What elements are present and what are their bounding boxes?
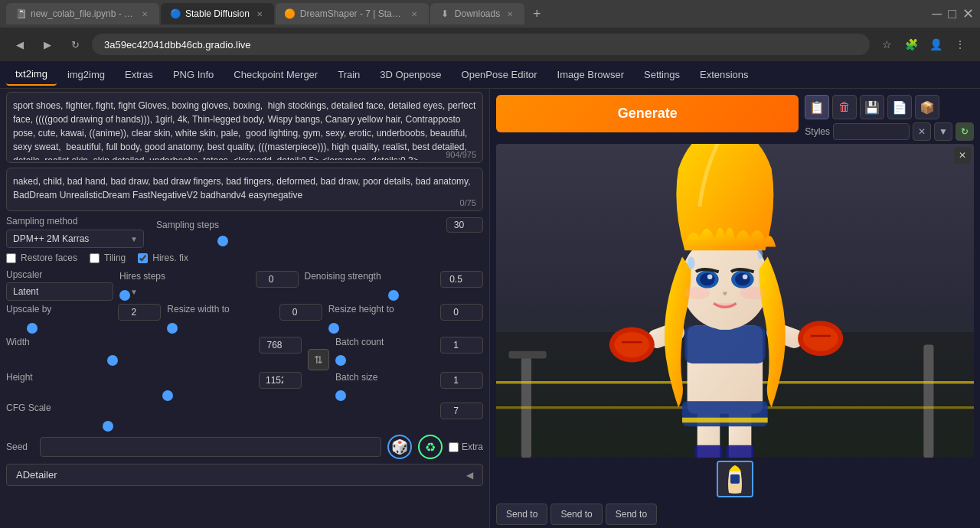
trash-button[interactable]: 🗑: [832, 95, 857, 119]
upscale-by-slider[interactable]: [6, 323, 161, 334]
sampling-method-select[interactable]: DPM++ 2M Karras: [6, 230, 144, 248]
close-window-button[interactable]: ✕: [962, 5, 974, 22]
nav-extensions[interactable]: Extensions: [691, 64, 758, 85]
tab-close-sd[interactable]: ✕: [254, 8, 265, 19]
adetailer-row[interactable]: ADetailer ◀: [6, 464, 483, 486]
tab-downloads[interactable]: ⬇ Downloads ✕: [430, 3, 524, 24]
cfg-group: CFG Scale: [6, 403, 483, 432]
seed-extra-input[interactable]: [449, 442, 459, 452]
styles-dropdown-button[interactable]: ▼: [934, 122, 952, 141]
nav-settings[interactable]: Settings: [635, 64, 689, 85]
tab-close-ds[interactable]: ✕: [409, 8, 420, 19]
upscaler-arrow-icon: ▼: [130, 288, 138, 296]
generate-button[interactable]: Generate: [496, 95, 799, 132]
tab-stablediffusion[interactable]: 🔵 Stable Diffusion ✕: [161, 3, 274, 24]
swap-dimensions-btn[interactable]: ⇅: [308, 337, 329, 370]
tab-favicon-colab: 📓: [15, 8, 26, 19]
extensions-button[interactable]: 🧩: [900, 34, 922, 55]
height-input[interactable]: [259, 372, 302, 389]
adetailer-arrow-icon: ◀: [466, 470, 473, 481]
nav-3d-openpose[interactable]: 3D Openpose: [371, 64, 450, 85]
hires-steps-slider[interactable]: [119, 290, 299, 301]
restore-faces-checkbox[interactable]: Restore faces: [6, 253, 77, 263]
batch-count-input[interactable]: [440, 337, 483, 354]
width-input[interactable]: [259, 337, 302, 354]
new-tab-button[interactable]: +: [526, 3, 547, 24]
nav-train[interactable]: Train: [328, 64, 369, 85]
denoising-slider[interactable]: [305, 290, 484, 301]
nav-png-info[interactable]: PNG Info: [164, 64, 223, 85]
batch-size-slider[interactable]: [335, 390, 483, 401]
batch-size-input[interactable]: [440, 372, 483, 389]
height-slider[interactable]: [6, 390, 302, 401]
resize-width-input[interactable]: [279, 304, 322, 321]
back-button[interactable]: ◀: [9, 34, 31, 55]
upscale-by-group: Upscale by: [6, 304, 161, 334]
denoising-input[interactable]: [440, 271, 483, 288]
tiling-checkbox[interactable]: Tiling: [90, 253, 126, 263]
maximize-button[interactable]: □: [948, 6, 956, 22]
sampling-steps-input[interactable]: [446, 217, 483, 233]
resize-width-label: Resize width to: [167, 304, 229, 321]
minimize-button[interactable]: ─: [932, 6, 942, 22]
tiling-input[interactable]: [90, 253, 100, 263]
tab-colab[interactable]: 📓 new_colab_file.ipynb - Colabora... ✕: [6, 3, 159, 24]
batch-count-slider[interactable]: [335, 355, 483, 366]
thumbnail-1[interactable]: [717, 461, 753, 497]
upscale-by-input[interactable]: [118, 304, 161, 321]
save-button[interactable]: 💾: [860, 95, 884, 119]
nav-txt2img[interactable]: txt2img: [6, 64, 57, 86]
copy-button[interactable]: 📄: [887, 95, 912, 119]
nav-extras[interactable]: Extras: [116, 64, 162, 85]
nav-img2img[interactable]: img2img: [58, 64, 114, 85]
nav-checkpoint-merger[interactable]: Checkpoint Merger: [224, 64, 327, 85]
cfg-slider[interactable]: [6, 421, 483, 432]
nav-image-browser[interactable]: Image Browser: [548, 64, 633, 85]
sampling-steps-slider[interactable]: [156, 236, 483, 246]
resize-height-slider[interactable]: [328, 323, 483, 334]
reload-button[interactable]: ↻: [64, 34, 86, 55]
resize-height-input[interactable]: [440, 304, 483, 321]
address-input[interactable]: [92, 34, 870, 55]
menu-button[interactable]: ⋮: [949, 34, 971, 55]
cfg-input[interactable]: [440, 403, 483, 419]
seed-dice-button[interactable]: 🎲: [387, 435, 412, 459]
profile-button[interactable]: 👤: [925, 34, 946, 55]
steps-header: Sampling steps: [156, 217, 483, 233]
send-to-button-1[interactable]: Send to: [496, 504, 547, 525]
paste-button[interactable]: 📋: [805, 95, 829, 119]
hires-steps-input[interactable]: [256, 271, 299, 288]
right-top-area: Generate 📋 🗑 💾 📄 📦 Styles ✕ ▼ ↻: [490, 89, 980, 144]
seed-recycle-button[interactable]: ♻: [418, 435, 443, 459]
styles-input[interactable]: [833, 123, 910, 140]
hires-fix-input[interactable]: [138, 253, 148, 263]
forward-button[interactable]: ▶: [37, 34, 58, 55]
hires-fix-checkbox[interactable]: Hires. fix: [138, 253, 188, 263]
restore-faces-input[interactable]: [6, 253, 16, 263]
send-to-button-3[interactable]: Send to: [606, 504, 657, 525]
styles-clear-button[interactable]: ✕: [913, 122, 931, 141]
positive-prompt-input[interactable]: [7, 93, 482, 160]
width-slider[interactable]: [6, 355, 302, 366]
resize-height-label: Resize height to: [328, 304, 394, 321]
bookmark-button[interactable]: ☆: [876, 34, 897, 55]
seed-input[interactable]: -1: [40, 437, 381, 457]
zip-button[interactable]: 📦: [915, 95, 939, 119]
tab-close-colab[interactable]: ✕: [139, 8, 150, 19]
resize-width-slider[interactable]: [167, 323, 322, 334]
styles-label: Styles: [805, 126, 830, 137]
image-close-button[interactable]: ✕: [954, 147, 971, 164]
styles-refresh-button[interactable]: ↻: [956, 122, 974, 141]
nav-openpose-editor[interactable]: OpenPose Editor: [452, 64, 547, 85]
action-buttons-col: 📋 🗑 💾 📄 📦 Styles ✕ ▼ ↻: [805, 95, 974, 141]
seed-extra-checkbox[interactable]: Extra: [449, 442, 483, 452]
negative-prompt-input[interactable]: [7, 168, 482, 208]
denoising-label: Denoising strength: [305, 271, 381, 288]
send-to-button-2[interactable]: Send to: [550, 504, 602, 525]
swap-icon[interactable]: ⇅: [308, 349, 329, 370]
tab-dreamshaper[interactable]: 🟠 DreamShaper - 7 | Stable Diffusi... ✕: [276, 3, 429, 24]
tab-label-dl: Downloads: [455, 8, 500, 19]
upscaler-select[interactable]: Latent: [6, 282, 113, 301]
tab-close-dl[interactable]: ✕: [505, 8, 515, 19]
hires-row2: Upscale by Resize width to Resize height…: [6, 304, 483, 334]
